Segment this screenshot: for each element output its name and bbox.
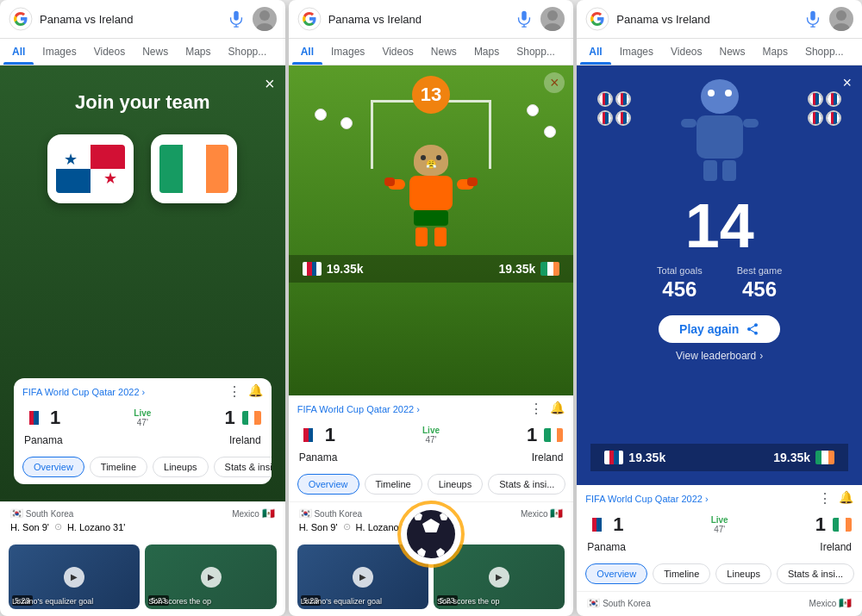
p3-team-left: 19.35k bbox=[604, 451, 665, 464]
btn-lineups-2[interactable]: Lineups bbox=[428, 474, 484, 495]
btn-timeline-1[interactable]: Timeline bbox=[90, 457, 147, 477]
btn-overview-1[interactable]: Overview bbox=[22, 457, 84, 477]
confetti-left bbox=[597, 91, 631, 126]
mic-icon-3[interactable] bbox=[803, 9, 822, 28]
game-team-left: 19.35k bbox=[303, 262, 364, 276]
video-play-1a[interactable]: ▶ bbox=[64, 567, 84, 588]
mascot-body bbox=[696, 115, 743, 159]
btn-stats-2[interactable]: Stats & insi... bbox=[488, 474, 565, 495]
action-buttons-1: Overview Timeline Lineups Stats & insi..… bbox=[14, 450, 272, 484]
join-title: Join your team bbox=[75, 91, 209, 114]
tab-maps-3[interactable]: Maps bbox=[754, 39, 796, 65]
goalkeeper-figure: 😤 bbox=[409, 145, 453, 246]
match-title-3[interactable]: FIFA World Cup Qatar 2022 › bbox=[585, 494, 708, 504]
tab-news-1[interactable]: News bbox=[134, 39, 177, 65]
other-match-row-3: 🇰🇷 South Korea Mexico 🇲🇽 bbox=[587, 597, 852, 609]
tab-maps-2[interactable]: Maps bbox=[465, 39, 508, 65]
more-icon-2[interactable]: ⋮ bbox=[529, 401, 543, 417]
p2-panama-flag bbox=[299, 428, 318, 442]
btn-timeline-2[interactable]: Timeline bbox=[365, 474, 422, 495]
team-left-1: Panama bbox=[24, 434, 63, 446]
game-score-bar: 19.35k 19.35k bbox=[289, 255, 574, 283]
bell-icon-3[interactable]: 🔔 bbox=[839, 490, 853, 507]
video-play-2a[interactable]: ▶ bbox=[353, 567, 373, 588]
video-thumb-1b[interactable]: 5:23 ▶ Son scores the op bbox=[145, 544, 276, 609]
game-score-right: 19.35k bbox=[499, 262, 536, 276]
btn-overview-3[interactable]: Overview bbox=[585, 563, 647, 584]
avatar-1[interactable] bbox=[253, 7, 277, 31]
play-again-button[interactable]: Play again bbox=[659, 315, 780, 343]
search-query-2[interactable]: Panama vs Ireland bbox=[328, 13, 509, 26]
svg-rect-1 bbox=[234, 11, 239, 21]
live-indicator-1: Live 47' bbox=[67, 408, 217, 427]
more-icon-1[interactable]: ⋮ bbox=[228, 383, 241, 400]
tab-shopping-3[interactable]: Shopp... bbox=[796, 39, 853, 65]
tab-maps-1[interactable]: Maps bbox=[177, 39, 219, 65]
ball-4 bbox=[544, 126, 556, 138]
ireland-flag-card[interactable] bbox=[151, 134, 237, 203]
tab-shopping-1[interactable]: Shopp... bbox=[220, 39, 276, 65]
btn-stats-1[interactable]: Stats & insi... bbox=[214, 457, 272, 477]
tab-all-1[interactable]: All bbox=[3, 39, 34, 65]
tab-shopping-2[interactable]: Shopp... bbox=[508, 39, 564, 65]
tab-news-2[interactable]: News bbox=[422, 39, 465, 65]
btn-lineups-1[interactable]: Lineups bbox=[153, 457, 209, 477]
other-match-1: 🇰🇷 South Korea Mexico 🇲🇽 H. Son 9' ⊙ H. … bbox=[0, 501, 285, 538]
gk-glove-right bbox=[467, 177, 478, 186]
panama-flag-card[interactable]: ★ ★ bbox=[47, 134, 134, 203]
gk-shorts bbox=[414, 210, 448, 226]
tab-videos-1[interactable]: Videos bbox=[85, 39, 134, 65]
share-icon bbox=[746, 322, 759, 336]
game-overlay: × 13 😤 bbox=[289, 65, 574, 395]
game-flag-panama bbox=[303, 262, 322, 276]
live-min-1: 47' bbox=[67, 418, 217, 427]
close-button-1[interactable]: × bbox=[265, 74, 275, 94]
video-play-2b[interactable]: ▶ bbox=[489, 567, 509, 588]
tab-images-2[interactable]: Images bbox=[322, 39, 373, 65]
search-query-3[interactable]: Panama vs Ireland bbox=[616, 13, 796, 26]
gk-body bbox=[409, 176, 453, 210]
live-badge-3: Live bbox=[631, 515, 809, 525]
avatar-2[interactable] bbox=[540, 7, 565, 31]
other-left-team-3: 🇰🇷 South Korea bbox=[587, 597, 650, 609]
p3-lower: FIFA World Cup Qatar 2022 › ⋮ 🔔 1 Live 4… bbox=[577, 485, 862, 616]
video-thumb-1a[interactable]: 5:23 ▶ Lozano's equalizer goal bbox=[9, 544, 140, 609]
btn-stats-3[interactable]: Stats & insi... bbox=[777, 563, 854, 584]
bell-icon-2[interactable]: 🔔 bbox=[550, 401, 565, 417]
match-title-2[interactable]: FIFA World Cup Qatar 2022 › bbox=[297, 404, 420, 414]
match-title-1[interactable]: FIFA World Cup Qatar 2022 › bbox=[22, 387, 145, 397]
big-score: 14 bbox=[685, 195, 754, 257]
tab-images-3[interactable]: Images bbox=[611, 39, 662, 65]
gk-eye-right bbox=[436, 155, 441, 160]
tab-images-1[interactable]: Images bbox=[34, 39, 84, 65]
btn-timeline-3[interactable]: Timeline bbox=[653, 563, 710, 584]
tab-all-2[interactable]: All bbox=[292, 39, 322, 65]
best-game-value: 456 bbox=[742, 277, 777, 302]
btn-lineups-3[interactable]: Lineups bbox=[715, 563, 771, 584]
total-goals-label: Total goals bbox=[657, 265, 703, 276]
tab-videos-2[interactable]: Videos bbox=[373, 39, 422, 65]
mic-icon-2[interactable] bbox=[515, 9, 534, 28]
team-names-3: Panama Ireland bbox=[577, 541, 862, 557]
more-icon-3[interactable]: ⋮ bbox=[818, 490, 832, 507]
tab-news-3[interactable]: News bbox=[711, 39, 754, 65]
chevron-right-icon: › bbox=[759, 350, 763, 362]
bell-icon-1[interactable]: 🔔 bbox=[248, 383, 263, 400]
confetti-row-4 bbox=[808, 110, 841, 126]
gk-mouth: 😤 bbox=[426, 159, 436, 169]
confetti-ball-2 bbox=[615, 91, 631, 107]
ball-inner bbox=[407, 510, 455, 558]
mic-icon-1[interactable] bbox=[227, 9, 246, 28]
btn-overview-2[interactable]: Overview bbox=[297, 474, 359, 495]
leaderboard-link[interactable]: View leaderboard › bbox=[676, 350, 763, 362]
svg-point-17 bbox=[833, 23, 850, 31]
panama-flag: ★ ★ bbox=[56, 145, 125, 193]
svg-point-11 bbox=[544, 23, 561, 31]
avatar-3[interactable] bbox=[829, 7, 853, 31]
search-query-1[interactable]: Panama vs Ireland bbox=[40, 13, 220, 26]
tab-videos-3[interactable]: Videos bbox=[662, 39, 710, 65]
p3-team-left-name: Panama bbox=[587, 541, 626, 553]
tab-all-3[interactable]: All bbox=[580, 39, 610, 65]
panama-flag-sm-1 bbox=[24, 411, 43, 425]
video-play-1b[interactable]: ▶ bbox=[201, 567, 222, 588]
